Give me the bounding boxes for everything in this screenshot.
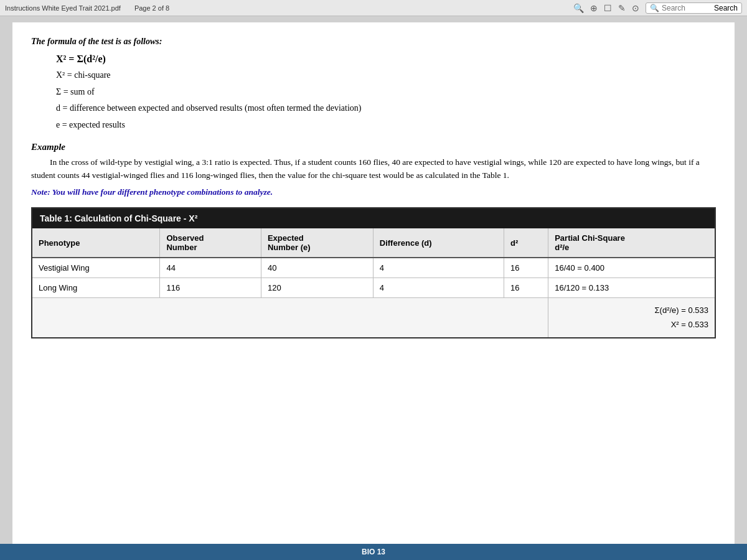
formula-title: The formula of the test is as follows: [31, 35, 716, 49]
footer-text: BIO 13 [362, 548, 385, 556]
formula-section: The formula of the test is as follows: X… [31, 35, 716, 132]
cell-phenotype-1: Long Wing [32, 278, 160, 298]
page-icon[interactable]: ☐ [604, 3, 612, 13]
chi-square-table: Phenotype ObservedNumber ExpectedNumber … [32, 228, 715, 337]
col-header-dsquared: d² [504, 228, 548, 258]
zoom-icon[interactable]: ⊕ [590, 3, 598, 13]
document-info: Instructions White Eyed Trait 2021.pdf P… [5, 4, 573, 12]
col-header-phenotype: Phenotype [32, 228, 160, 258]
formula-main: X² = Σ(d²/e) [56, 54, 716, 65]
note-text: Note: You will have four different pheno… [31, 186, 716, 198]
toolbar-icons: 🔍 ⊕ ☐ ✎ ⊙ 🔍 Search [573, 2, 742, 14]
summary-empty [32, 298, 548, 337]
search-box[interactable]: 🔍 Search [646, 2, 742, 14]
bookmark-icon[interactable]: ✎ [618, 3, 626, 13]
document-title: Instructions White Eyed Trait 2021.pdf [5, 4, 121, 12]
cell-expected-1: 120 [261, 278, 373, 298]
table-header-row: Phenotype ObservedNumber ExpectedNumber … [32, 228, 715, 258]
bottom-bar: BIO 13 [0, 544, 747, 560]
x2-value: X² = 0.533 [671, 320, 708, 329]
table-row: Long Wing 116 120 4 16 16/120 = 0.133 [32, 278, 715, 298]
chi-square-table-wrapper: Table 1: Calculation of Chi-Square - X² … [31, 207, 716, 338]
col-header-expected: ExpectedNumber (e) [261, 228, 373, 258]
search-input[interactable] [662, 4, 712, 12]
table-title: Table 1: Calculation of Chi-Square - X² [32, 208, 715, 228]
page-info: Page 2 of 8 [134, 4, 169, 12]
cell-difference-0: 4 [373, 258, 504, 278]
col-header-observed: ObservedNumber [160, 228, 261, 258]
page-content: The formula of the test is as follows: X… [12, 22, 735, 545]
cell-expected-0: 40 [261, 258, 373, 278]
settings-icon[interactable]: ⊙ [632, 3, 639, 13]
top-bar: Instructions White Eyed Trait 2021.pdf P… [0, 0, 747, 16]
formula-def-3: e = expected results [56, 118, 716, 132]
search-icon-toolbar[interactable]: 🔍 [573, 3, 584, 13]
col-header-partial: Partial Chi-Squared²/e [548, 228, 715, 258]
cell-dsquared-1: 16 [504, 278, 548, 298]
cell-dsquared-0: 16 [504, 258, 548, 278]
example-paragraph: In the cross of wild-type by vestigial w… [31, 156, 716, 182]
cell-partial-0: 16/40 = 0.400 [548, 258, 715, 278]
search-label: Search [714, 4, 738, 12]
example-section: Example In the cross of wild-type by ves… [31, 142, 716, 198]
formula-def-0: X² = chi-square [56, 68, 716, 82]
summary-values: Σ(d²/e) = 0.533 X² = 0.533 [548, 298, 715, 337]
table-row: Vestigial Wing 44 40 4 16 16/40 = 0.400 [32, 258, 715, 278]
example-title: Example [31, 142, 716, 152]
sigma-value: Σ(d²/e) = 0.533 [655, 306, 708, 315]
summary-row: Σ(d²/e) = 0.533 X² = 0.533 [32, 298, 715, 337]
cell-difference-1: 4 [373, 278, 504, 298]
cell-partial-1: 16/120 = 0.133 [548, 278, 715, 298]
cell-phenotype-0: Vestigial Wing [32, 258, 160, 278]
formula-def-1: Σ = sum of [56, 85, 716, 99]
formula-def-2: d = difference between expected and obse… [56, 101, 716, 115]
search-icon: 🔍 [650, 4, 659, 12]
cell-observed-0: 44 [160, 258, 261, 278]
cell-observed-1: 116 [160, 278, 261, 298]
col-header-difference: Difference (d) [373, 228, 504, 258]
